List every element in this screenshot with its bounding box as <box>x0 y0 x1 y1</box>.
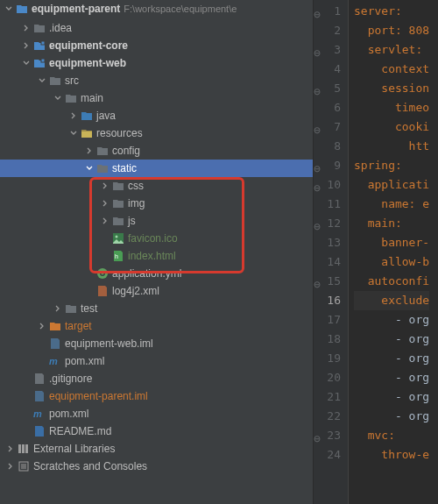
tree-label: equipment-core <box>49 39 128 52</box>
folder-icon <box>33 22 46 34</box>
tree-item-idea[interactable]: .idea <box>0 19 313 37</box>
svg-point-3 <box>116 236 118 238</box>
tree-item-gitignore[interactable]: .gitignore <box>0 370 313 387</box>
tree-label: target <box>65 320 92 332</box>
fold-icon[interactable]: ⊖ <box>314 44 321 53</box>
tree-item-extlib[interactable]: External Libraries <box>0 440 313 458</box>
tree-item-readme[interactable]: README.md <box>0 422 313 440</box>
tree-label: application.yml <box>112 267 181 280</box>
tree-item-js[interactable]: js <box>0 212 313 230</box>
maven-file-icon: m <box>49 355 61 367</box>
svg-text:m: m <box>33 408 42 419</box>
library-icon <box>18 443 30 455</box>
svg-text:h: h <box>115 253 118 259</box>
gitignore-file-icon <box>33 373 46 385</box>
chevron-right-icon <box>39 323 46 330</box>
tree-label: static <box>112 162 137 174</box>
tree-item-static[interactable]: static <box>0 160 313 177</box>
tree-item-config[interactable]: config <box>0 142 313 160</box>
image-file-icon <box>112 232 124 245</box>
chevron-right-icon <box>23 42 30 49</box>
tree-label: README.md <box>49 425 111 437</box>
tree-item-log4j[interactable]: log4j2.xml <box>0 282 313 300</box>
chevron-down-icon <box>23 60 30 67</box>
folder-icon <box>112 197 124 209</box>
source-folder-icon <box>81 110 93 122</box>
tree-item-main[interactable]: main <box>0 89 313 107</box>
folder-icon <box>49 75 61 87</box>
fold-icon[interactable]: ⊖ <box>314 275 321 284</box>
tree-label: test <box>81 302 97 315</box>
resources-folder-icon <box>81 127 93 139</box>
tree-label: equipment-web <box>49 57 126 69</box>
svg-rect-11 <box>22 444 25 453</box>
markdown-file-icon <box>33 425 46 437</box>
tree-item-pom-web[interactable]: m pom.xml <box>0 352 313 370</box>
tree-label: config <box>112 145 140 157</box>
chevron-right-icon <box>7 463 14 470</box>
tree-item-test[interactable]: test <box>0 300 313 317</box>
chevron-down-icon <box>5 5 12 12</box>
tree-label: equipment-parent.iml <box>49 390 148 402</box>
chevron-right-icon <box>102 200 109 207</box>
tree-item-scratches[interactable]: Scratches and Consoles <box>0 458 313 475</box>
project-tree: .idea equipment-core equipment-web src <box>0 18 313 475</box>
folder-icon <box>96 162 109 174</box>
tree-label: External Libraries <box>33 443 115 455</box>
svg-text:m: m <box>49 356 58 366</box>
tree-label: log4j2.xml <box>112 285 159 297</box>
tree-item-pom-parent[interactable]: m pom.xml <box>0 405 313 422</box>
tree-item-favicon[interactable]: favicon.ico <box>0 230 313 247</box>
editor-content[interactable]: server: port: 808 servlet: context sessi… <box>349 0 429 504</box>
tree-item-img[interactable]: img <box>0 195 313 212</box>
tree-label: pom.xml <box>49 408 88 420</box>
folder-icon <box>65 302 77 315</box>
maven-file-icon: m <box>33 408 46 420</box>
tree-item-appyml[interactable]: application.yml <box>0 265 313 282</box>
chevron-right-icon <box>102 217 109 224</box>
chevron-down-icon <box>70 130 77 137</box>
chevron-down-icon <box>39 77 46 84</box>
svg-rect-10 <box>18 444 21 453</box>
tree-item-parentiml[interactable]: equipment-parent.iml <box>0 387 313 405</box>
chevron-right-icon <box>70 112 77 119</box>
tree-item-core[interactable]: equipment-core <box>0 37 313 54</box>
module-icon <box>33 57 46 69</box>
fold-icon[interactable]: ⊖ <box>314 179 321 188</box>
tree-item-target[interactable]: target <box>0 317 313 335</box>
iml-file-icon <box>33 390 46 402</box>
fold-icon[interactable]: ⊖ <box>314 429 321 438</box>
html-file-icon: h <box>112 250 124 262</box>
fold-icon[interactable]: ⊖ <box>314 160 321 168</box>
fold-icon[interactable]: ⊖ <box>314 121 321 130</box>
scratches-icon <box>18 460 30 472</box>
folder-icon <box>96 145 109 157</box>
tree-label: js <box>128 215 136 227</box>
svg-rect-1 <box>41 59 45 62</box>
fold-icon[interactable]: ⊖ <box>314 217 321 226</box>
iml-file-icon <box>49 337 61 350</box>
chevron-right-icon <box>23 25 30 32</box>
tree-item-webiml[interactable]: equipment-web.iml <box>0 335 313 352</box>
tree-label: resources <box>96 127 143 139</box>
code-editor[interactable]: ⊖1 2 ⊖3 4 ⊖5 6 ⊖7 8 ⊖9 ⊖10 11 ⊖12 13 14 … <box>314 0 438 504</box>
project-title: equipment-parent <box>32 3 120 15</box>
project-header: equipment-parent F:\workspace\equipment\… <box>0 0 313 18</box>
fold-icon[interactable]: ⊖ <box>314 82 321 91</box>
chevron-down-icon <box>86 165 93 172</box>
tree-item-resources[interactable]: resources <box>0 124 313 142</box>
project-path: F:\workspace\equipment\e <box>124 4 237 14</box>
chevron-down-icon <box>54 95 61 102</box>
tree-item-src[interactable]: src <box>0 72 313 89</box>
excluded-folder-icon <box>49 320 61 332</box>
tree-label: main <box>81 92 103 104</box>
tree-item-java[interactable]: java <box>0 107 313 124</box>
tree-label: java <box>96 110 116 122</box>
tree-item-web[interactable]: equipment-web <box>0 54 313 72</box>
tree-item-css[interactable]: css <box>0 177 313 195</box>
fold-icon[interactable]: ⊖ <box>314 5 321 14</box>
folder-icon <box>112 180 124 192</box>
chevron-right-icon <box>102 182 109 189</box>
tree-item-index[interactable]: h index.html <box>0 247 313 265</box>
tree-label: css <box>128 180 144 192</box>
